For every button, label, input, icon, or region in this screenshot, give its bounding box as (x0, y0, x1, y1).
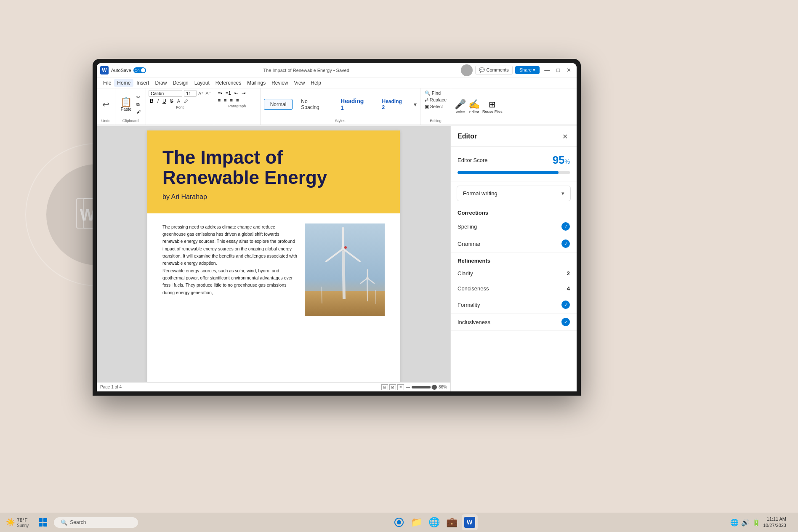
menu-insert[interactable]: Insert (133, 79, 152, 87)
cortana-icon (394, 517, 404, 527)
zoom-fill (412, 386, 431, 388)
reuse-files-button[interactable]: ⊞ Reuse Files (482, 99, 503, 114)
reuse-icon: ⊞ (489, 99, 496, 109)
strikethrough-button[interactable]: S̶ (169, 98, 175, 104)
menu-references[interactable]: References (213, 79, 244, 87)
doc-area: The Impact of Renewable Energy by Ari Ha… (97, 126, 450, 382)
taskbar-show-desktop[interactable] (789, 516, 792, 529)
minimize-button[interactable]: — (542, 66, 552, 74)
editor-close-button[interactable]: ✕ (560, 131, 570, 141)
clarity-label: Clarity (458, 270, 473, 277)
start-button[interactable] (35, 515, 51, 530)
taskbar-teams[interactable]: 💼 (444, 514, 460, 530)
voice-label: Voice (456, 110, 465, 114)
spelling-row[interactable]: Spelling ✓ (451, 218, 577, 235)
numbering-button[interactable]: ≡1 (224, 90, 232, 96)
styles-more-button[interactable]: ▾ (414, 101, 417, 108)
doc-image-col (305, 223, 385, 318)
reuse-files-label: Reuse Files (482, 109, 503, 114)
style-normal[interactable]: Normal (264, 99, 293, 110)
editor-button[interactable]: ✍ Editor (468, 99, 480, 114)
menu-home[interactable]: Home (114, 79, 133, 87)
conciseness-row[interactable]: Conciseness 4 (451, 281, 577, 296)
highlight-button[interactable]: 🖊 (183, 98, 190, 104)
undo-button[interactable]: ↩ (101, 90, 111, 119)
view-mode-3[interactable]: ≡ (397, 384, 404, 390)
taskbar-edge[interactable]: 🌐 (426, 514, 442, 530)
user-avatar[interactable] (461, 64, 473, 76)
menu-view[interactable]: View (291, 79, 308, 87)
style-no-spacing[interactable]: No Spacing (295, 96, 332, 112)
cut-button[interactable]: ✂ (135, 94, 142, 101)
menu-mailings[interactable]: Mailings (244, 79, 269, 87)
inclusiveness-row[interactable]: Inclusiveness ✓ (451, 314, 577, 331)
format-painter-button[interactable]: 🖌 (135, 109, 142, 114)
indent-inc-button[interactable]: ⇥ (240, 90, 247, 96)
edge-icon: 🌐 (428, 517, 440, 528)
formality-row[interactable]: Formality ✓ (451, 296, 577, 314)
zoom-slider[interactable] (412, 386, 437, 388)
close-button[interactable]: ✕ (564, 66, 573, 74)
ribbon-undo-group: ↩ Undo (97, 88, 115, 125)
italic-button[interactable]: I (156, 98, 160, 104)
paste-button[interactable]: 📋 Paste (119, 96, 133, 113)
maximize-button[interactable]: □ (554, 66, 562, 74)
doc-header-banner: The Impact of Renewable Energy by Ari Ha… (147, 130, 400, 213)
autosave-group: AutoSave On (111, 67, 148, 73)
menu-layout[interactable]: Layout (192, 79, 213, 87)
formal-writing-dropdown[interactable]: Formal writing ▾ (457, 186, 571, 201)
align-justify-button[interactable]: ≡ (235, 97, 240, 103)
align-center-button[interactable]: ≡ (223, 97, 228, 103)
menu-help[interactable]: Help (308, 79, 324, 87)
align-right-button[interactable]: ≡ (229, 97, 234, 103)
wind-turbine-illustration (305, 223, 385, 316)
menu-design[interactable]: Design (170, 79, 191, 87)
clarity-row[interactable]: Clarity 2 (451, 266, 577, 281)
select-button[interactable]: ▣ Select (423, 104, 448, 110)
taskbar-search-bar[interactable]: 🔍 Search (54, 517, 138, 528)
view-mode-1[interactable]: ⊟ (381, 384, 388, 390)
menu-review[interactable]: Review (269, 79, 291, 87)
taskbar-cortana[interactable] (391, 514, 407, 530)
zoom-thumb[interactable] (432, 385, 437, 390)
indent-dec-button[interactable]: ⇤ (233, 90, 239, 96)
win-icon-br (43, 523, 47, 527)
font-shrink-button[interactable]: A⁻ (205, 91, 211, 96)
comments-button[interactable]: 💬 Comments (475, 66, 512, 74)
dictate-button[interactable]: 🎤 Voice (455, 99, 466, 114)
autosave-toggle[interactable]: On (133, 67, 146, 73)
taskbar-volume-icon[interactable]: 🔊 (741, 519, 750, 527)
taskbar-network-icon[interactable]: 🌐 (730, 519, 739, 527)
score-value: 95% (553, 154, 570, 167)
bold-button[interactable]: B (149, 98, 155, 104)
taskbar-clock[interactable]: 11:11 AM 10/27/2023 (763, 516, 786, 529)
font-size-dropdown[interactable]: 11 (184, 90, 197, 97)
refinements-section-header: Refinements (451, 253, 577, 266)
underline-button[interactable]: U (161, 98, 168, 104)
font-color-button[interactable]: A (176, 98, 181, 104)
font-grow-button[interactable]: A⁺ (198, 91, 204, 96)
replace-button[interactable]: ⇄ Replace (423, 97, 448, 103)
grammar-row[interactable]: Grammar ✓ (451, 235, 577, 253)
copy-button[interactable]: ⧉ (135, 101, 142, 108)
menu-draw[interactable]: Draw (152, 79, 170, 87)
taskbar-word[interactable]: W (462, 514, 478, 530)
taskbar-file-explorer[interactable]: 📁 (409, 514, 425, 530)
find-button[interactable]: 🔍 Find (423, 90, 448, 96)
font-family-dropdown[interactable]: Calibri (149, 90, 182, 97)
formality-check-icon: ✓ (561, 301, 570, 309)
laptop-shell: W AutoSave On The Impact of Renewable En… (93, 59, 581, 396)
taskbar-battery-icon[interactable]: 🔋 (752, 519, 761, 527)
view-mode-2[interactable]: ⊠ (389, 384, 396, 390)
clipboard-label: Clipboard (122, 119, 139, 123)
style-heading2[interactable]: Heading 2 (376, 96, 411, 112)
style-heading1[interactable]: Heading 1 (335, 96, 373, 113)
share-button[interactable]: Share ▾ (515, 66, 540, 74)
editor-panel-header: Editor ✕ (451, 126, 577, 147)
align-left-button[interactable]: ≡ (217, 97, 222, 103)
teams-icon: 💼 (446, 517, 458, 528)
editor-icon: ✍ (468, 99, 480, 110)
menu-file[interactable]: File (100, 79, 114, 87)
bullets-button[interactable]: ≡• (217, 90, 223, 96)
doc-para-2: Renewable energy sources, such as solar,… (162, 267, 297, 296)
